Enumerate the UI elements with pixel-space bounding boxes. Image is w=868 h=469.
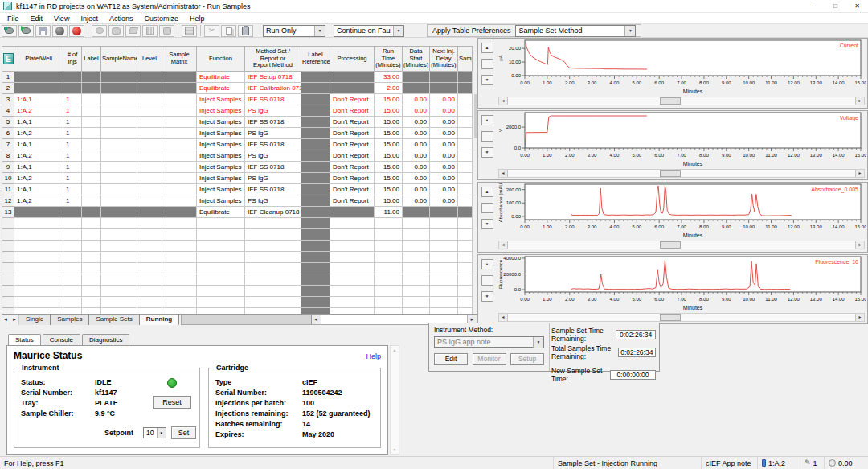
menu-help[interactable]: Help xyxy=(184,14,211,23)
table-row[interactable]: 51:A,11Inject SamplesIEF SS 0718Don't Re… xyxy=(2,117,473,128)
column-header-2[interactable]: # of Injs xyxy=(63,47,82,72)
table-row-empty[interactable] xyxy=(2,274,473,286)
chevron-up-icon[interactable]: ▲ xyxy=(393,348,397,352)
scrollbar-thumb[interactable] xyxy=(182,315,311,324)
run-mode-dropdown[interactable]: Run Only ▼ xyxy=(263,25,326,37)
scroll-right-icon[interactable]: ► xyxy=(855,241,864,249)
column-header-8[interactable]: Method Set / Report or Export Method xyxy=(245,47,301,72)
table-row[interactable]: 41:A,21Inject SamplesPS IgGDon't Report1… xyxy=(2,105,473,117)
table-row[interactable]: 61:A,21Inject SamplesPS IgGDon't Report1… xyxy=(2,128,473,139)
tab-scroll-left-icon[interactable]: ◄ xyxy=(2,315,10,325)
run-single-button[interactable] xyxy=(18,25,34,37)
instrument-method-dropdown[interactable]: PS IgG app note ▼ xyxy=(434,336,544,348)
fault-mode-dropdown[interactable]: Continue on Fault ▼ xyxy=(334,25,404,37)
table-row[interactable]: 2EquilibrateIEF Calibration 07182.00 xyxy=(2,83,473,94)
column-header-5[interactable]: Level xyxy=(137,47,162,72)
stop-button[interactable] xyxy=(69,25,84,37)
menu-file[interactable]: File xyxy=(2,14,25,23)
column-header-11[interactable]: Run Time (Minutes) xyxy=(375,47,403,72)
table-row-empty[interactable] xyxy=(2,286,473,297)
tab-running[interactable]: Running xyxy=(140,315,179,325)
column-header-0[interactable]: E xyxy=(2,47,14,72)
reset-button[interactable]: Reset xyxy=(153,396,191,409)
minimize-icon[interactable]: ─ xyxy=(803,0,825,13)
setpoint-dropdown[interactable]: 10 ▼ xyxy=(143,427,166,438)
chart-horizontal-scrollbar[interactable]: ◄► xyxy=(498,313,865,322)
column-header-14[interactable]: Sampl xyxy=(458,47,473,72)
column-header-10[interactable]: Processing xyxy=(330,47,375,72)
chart-horizontal-scrollbar[interactable]: ◄► xyxy=(498,169,865,178)
tab-status[interactable]: Status xyxy=(8,334,41,345)
column-header-6[interactable]: Sample Matrix xyxy=(162,47,197,72)
pause-button[interactable] xyxy=(52,25,68,37)
scroll-left-icon[interactable]: ◄ xyxy=(312,315,321,324)
table-row-empty[interactable] xyxy=(2,252,473,263)
table-row-empty[interactable] xyxy=(2,218,473,229)
maximize-icon[interactable]: □ xyxy=(825,0,846,13)
column-header-1[interactable]: Plate/Well xyxy=(14,47,63,72)
menu-edit[interactable]: Edit xyxy=(25,14,49,23)
axis-zoom-out-icon[interactable]: ▼ xyxy=(481,147,493,158)
axis-zoom-in-icon[interactable]: ▲ xyxy=(481,187,493,197)
table-row-empty[interactable] xyxy=(2,241,473,252)
table-row[interactable]: 13EquilibrateIEF Cleanup 071811.00 xyxy=(2,207,473,218)
menu-inject[interactable]: Inject xyxy=(75,14,104,23)
table-row-empty[interactable] xyxy=(2,263,473,274)
chart-horizontal-scrollbar[interactable]: ◄► xyxy=(498,241,865,249)
tab-console[interactable]: Console xyxy=(43,334,80,345)
run-samples-button[interactable] xyxy=(2,25,17,37)
column-header-4[interactable]: SampleName xyxy=(101,47,137,72)
axis-zoom-out-icon[interactable]: ▼ xyxy=(481,75,493,85)
menu-actions[interactable]: Actions xyxy=(104,14,139,23)
column-header-12[interactable]: Data Start (Minutes) xyxy=(403,47,430,72)
column-header-13[interactable]: Next Inj. Delay (Minutes) xyxy=(430,47,458,72)
tab-scroll-right-icon[interactable]: ► xyxy=(10,315,19,325)
edit-button[interactable]: Edit xyxy=(434,353,468,365)
tab-sample-sets[interactable]: Sample Sets xyxy=(89,315,139,325)
table-row[interactable]: 91:A,11Inject SamplesIEF SS 0718Don't Re… xyxy=(2,162,473,173)
menu-customize[interactable]: Customize xyxy=(138,14,184,23)
table-row[interactable]: 1EquilibrateIEF Setup 071833.00 xyxy=(2,72,473,83)
scrollbar-thumb[interactable] xyxy=(660,241,681,249)
save-button[interactable] xyxy=(35,25,51,37)
scroll-right-icon[interactable]: ► xyxy=(855,170,864,177)
paste-button[interactable] xyxy=(238,25,253,37)
scroll-left-icon[interactable]: ◄ xyxy=(499,314,508,321)
table-row[interactable]: 111:A,11Inject SamplesIEF SS 0718Don't R… xyxy=(2,184,473,195)
table-row-empty[interactable] xyxy=(2,308,473,315)
set-button[interactable]: Set xyxy=(171,426,196,439)
axis-zoom-reset-button[interactable] xyxy=(481,275,493,286)
table-row[interactable]: 71:A,11Inject SamplesIEF SS 0718Don't Re… xyxy=(2,139,473,150)
table-preferences-dropdown[interactable]: Sample Set Method ▼ xyxy=(515,25,636,37)
chart-horizontal-scrollbar[interactable]: ◄► xyxy=(498,97,865,105)
column-header-7[interactable]: Function xyxy=(197,47,245,72)
menu-view[interactable]: View xyxy=(48,14,75,23)
tab-single[interactable]: Single xyxy=(19,315,51,325)
axis-zoom-reset-button[interactable] xyxy=(481,203,493,213)
tab-diagnostics[interactable]: Diagnostics xyxy=(82,334,129,345)
table-row-empty[interactable] xyxy=(2,229,473,241)
table-row[interactable]: 121:A,21Inject SamplesPS IgGDon't Report… xyxy=(2,195,473,207)
column-header-9[interactable]: Label Reference xyxy=(301,47,330,72)
scrollbar-thumb[interactable] xyxy=(660,97,681,105)
tab-samples[interactable]: Samples xyxy=(51,315,89,325)
table-row-empty[interactable] xyxy=(2,297,473,308)
scrollbar-thumb[interactable] xyxy=(660,314,681,321)
panel-vertical-scrollbar[interactable]: ▲ ▼ xyxy=(390,345,399,455)
axis-zoom-reset-button[interactable] xyxy=(481,131,493,142)
close-icon[interactable]: ✕ xyxy=(846,0,868,13)
scrollbar-thumb[interactable] xyxy=(660,170,681,177)
scroll-left-icon[interactable]: ◄ xyxy=(499,241,508,249)
help-link[interactable]: Help xyxy=(366,352,381,360)
axis-zoom-in-icon[interactable]: ▲ xyxy=(481,43,493,53)
table-row[interactable]: 31:A,11Inject SamplesIEF SS 0718Don't Re… xyxy=(2,94,473,105)
axis-zoom-in-icon[interactable]: ▲ xyxy=(481,259,493,269)
chevron-down-icon[interactable]: ▼ xyxy=(393,447,397,452)
axis-zoom-reset-button[interactable] xyxy=(481,59,493,69)
scroll-left-icon[interactable]: ◄ xyxy=(499,170,508,177)
table-row[interactable]: 101:A,21Inject SamplesPS IgGDon't Report… xyxy=(2,173,473,184)
table-row[interactable]: 81:A,21Inject SamplesPS IgGDon't Report1… xyxy=(2,150,473,162)
scroll-right-icon[interactable]: ► xyxy=(855,97,864,105)
column-header-3[interactable]: Label xyxy=(82,47,101,72)
axis-zoom-out-icon[interactable]: ▼ xyxy=(481,291,493,302)
